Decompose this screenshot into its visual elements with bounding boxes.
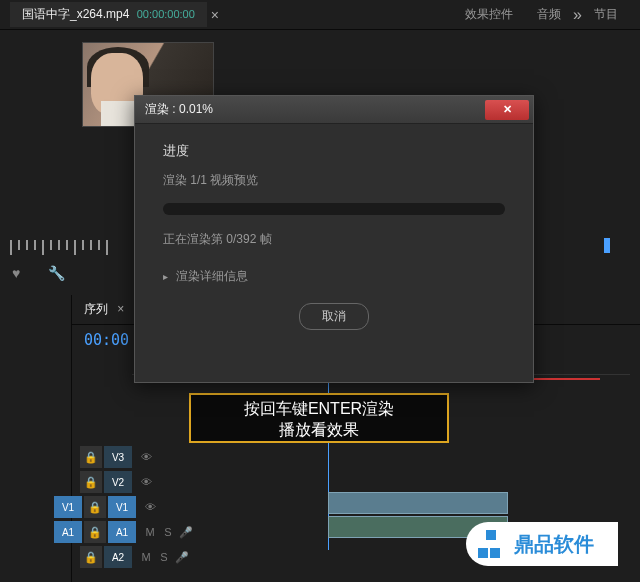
- tab-program[interactable]: 节目: [582, 2, 630, 27]
- expand-icon[interactable]: »: [573, 6, 582, 24]
- close-icon[interactable]: ×: [211, 7, 219, 23]
- lock-icon[interactable]: 🔒: [84, 496, 106, 518]
- mic-icon[interactable]: 🎤: [174, 549, 190, 565]
- track-label-v1[interactable]: V1: [108, 496, 136, 518]
- frame-status: 正在渲染第 0/392 帧: [163, 231, 505, 248]
- dialog-body: 进度 渲染 1/1 视频预览 正在渲染第 0/392 帧 ▸ 渲染详细信息 取消: [135, 124, 533, 348]
- dialog-close-button[interactable]: ✕: [485, 100, 529, 120]
- premiere-window: 国语中字_x264.mp4 00:00:00:00 × 效果控件 音频 » 节目…: [0, 0, 640, 582]
- render-status: 渲染 1/1 视频预览: [163, 172, 505, 189]
- track-label-v2[interactable]: V2: [104, 471, 132, 493]
- wrench-icon[interactable]: 🔧: [48, 265, 64, 281]
- progress-heading: 进度: [163, 142, 505, 160]
- track-a1[interactable]: A1 🔒 A1 M S 🎤: [80, 520, 194, 544]
- lock-icon[interactable]: 🔒: [84, 521, 106, 543]
- track-headers: 🔒 V3 👁 🔒 V2 👁 V1 🔒 V1 👁 A1 🔒 A1 M S 🎤: [80, 445, 194, 570]
- lock-icon[interactable]: 🔒: [80, 546, 102, 568]
- caption-line-2: 播放看效果: [195, 420, 443, 441]
- track-v2[interactable]: 🔒 V2 👁: [80, 470, 194, 494]
- source-controls: ♥ 🔧: [12, 265, 64, 281]
- dialog-titlebar[interactable]: 渲染 : 0.01% ✕: [135, 96, 533, 124]
- tab-effect-controls[interactable]: 效果控件: [453, 2, 525, 27]
- eye-icon[interactable]: 👁: [138, 474, 154, 490]
- render-dialog: 渲染 : 0.01% ✕ 进度 渲染 1/1 视频预览 正在渲染第 0/392 …: [134, 95, 534, 383]
- track-a2[interactable]: 🔒 A2 M S 🎤: [80, 545, 194, 569]
- caption-line-1: 按回车键ENTER渲染: [195, 399, 443, 420]
- close-x-icon: ✕: [503, 103, 512, 116]
- dialog-title: 渲染 : 0.01%: [139, 101, 485, 118]
- cancel-button[interactable]: 取消: [299, 303, 369, 330]
- tab-audio[interactable]: 音频: [525, 2, 573, 27]
- lock-icon[interactable]: 🔒: [80, 471, 102, 493]
- source-patch-a1[interactable]: A1: [54, 521, 82, 543]
- track-label-a2[interactable]: A2: [104, 546, 132, 568]
- track-v3[interactable]: 🔒 V3 👁: [80, 445, 194, 469]
- details-label: 渲染详细信息: [176, 268, 248, 285]
- watermark-logo-icon: [478, 530, 506, 558]
- track-label-a1[interactable]: A1: [108, 521, 136, 543]
- source-patch-v1[interactable]: V1: [54, 496, 82, 518]
- out-point-marker[interactable]: [604, 238, 610, 253]
- mute-icon[interactable]: M: [142, 524, 158, 540]
- eye-icon[interactable]: 👁: [138, 449, 154, 465]
- instruction-caption: 按回车键ENTER渲染 播放看效果: [189, 393, 449, 443]
- watermark-badge: 鼎品软件: [466, 522, 618, 566]
- sequence-label: 序列: [84, 302, 108, 316]
- track-label-v3[interactable]: V3: [104, 446, 132, 468]
- source-tab-bar: 国语中字_x264.mp4 00:00:00:00 × 效果控件 音频 » 节目: [0, 0, 640, 30]
- progress-bar: [163, 203, 505, 215]
- mic-icon[interactable]: 🎤: [178, 524, 194, 540]
- watermark-text: 鼎品软件: [514, 531, 594, 558]
- track-v1[interactable]: V1 🔒 V1 👁: [80, 495, 194, 519]
- lock-icon[interactable]: 🔒: [80, 446, 102, 468]
- marker-icon[interactable]: ♥: [12, 265, 28, 281]
- source-name: 国语中字_x264.mp4: [22, 7, 129, 21]
- source-timestamp: 00:00:00:00: [137, 8, 195, 20]
- video-clip[interactable]: [328, 492, 508, 514]
- source-tab[interactable]: 国语中字_x264.mp4 00:00:00:00: [10, 2, 207, 27]
- mute-icon[interactable]: M: [138, 549, 154, 565]
- solo-icon[interactable]: S: [160, 524, 176, 540]
- render-details-toggle[interactable]: ▸ 渲染详细信息: [163, 268, 505, 285]
- solo-icon[interactable]: S: [156, 549, 172, 565]
- close-icon[interactable]: ×: [117, 302, 124, 316]
- chevron-right-icon: ▸: [163, 271, 168, 282]
- eye-icon[interactable]: 👁: [142, 499, 158, 515]
